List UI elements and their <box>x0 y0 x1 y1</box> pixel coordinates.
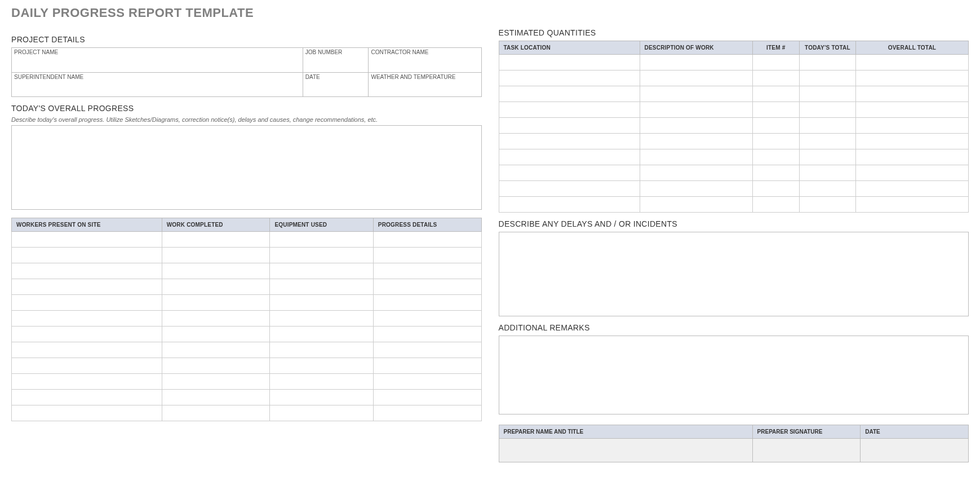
table-cell[interactable] <box>752 197 799 213</box>
table-cell[interactable] <box>855 70 968 86</box>
table-cell[interactable] <box>752 181 799 197</box>
table-cell[interactable] <box>270 279 373 295</box>
table-cell[interactable] <box>373 327 481 342</box>
table-cell[interactable] <box>855 134 968 149</box>
table-cell[interactable] <box>855 165 968 181</box>
table-cell[interactable] <box>752 118 799 134</box>
table-cell[interactable] <box>12 390 162 405</box>
table-cell[interactable] <box>855 86 968 102</box>
preparer-signature-input[interactable] <box>752 439 861 462</box>
table-cell[interactable] <box>12 405 162 421</box>
table-cell[interactable] <box>162 263 270 279</box>
table-cell[interactable] <box>270 405 373 421</box>
table-cell[interactable] <box>373 374 481 390</box>
table-cell[interactable] <box>12 232 162 248</box>
table-cell[interactable] <box>270 232 373 248</box>
table-cell[interactable] <box>373 248 481 263</box>
table-cell[interactable] <box>752 134 799 149</box>
table-cell[interactable] <box>12 327 162 342</box>
table-cell[interactable] <box>855 102 968 118</box>
table-cell[interactable] <box>162 374 270 390</box>
table-cell[interactable] <box>270 263 373 279</box>
table-cell[interactable] <box>162 405 270 421</box>
table-cell[interactable] <box>799 86 855 102</box>
table-cell[interactable] <box>162 327 270 342</box>
table-cell[interactable] <box>855 118 968 134</box>
table-cell[interactable] <box>373 279 481 295</box>
table-cell[interactable] <box>799 149 855 165</box>
table-cell[interactable] <box>640 70 752 86</box>
table-cell[interactable] <box>499 70 640 86</box>
table-cell[interactable] <box>12 248 162 263</box>
table-cell[interactable] <box>799 55 855 70</box>
table-cell[interactable] <box>162 279 270 295</box>
table-cell[interactable] <box>373 232 481 248</box>
table-cell[interactable] <box>499 86 640 102</box>
table-cell[interactable] <box>162 358 270 374</box>
table-cell[interactable] <box>499 102 640 118</box>
table-cell[interactable] <box>855 55 968 70</box>
table-cell[interactable] <box>799 165 855 181</box>
table-cell[interactable] <box>373 405 481 421</box>
project-name-input[interactable] <box>12 55 303 72</box>
table-cell[interactable] <box>752 102 799 118</box>
table-cell[interactable] <box>640 102 752 118</box>
table-cell[interactable] <box>499 134 640 149</box>
table-cell[interactable] <box>752 165 799 181</box>
table-cell[interactable] <box>640 118 752 134</box>
table-cell[interactable] <box>640 86 752 102</box>
table-cell[interactable] <box>162 311 270 327</box>
table-cell[interactable] <box>499 197 640 213</box>
table-cell[interactable] <box>373 390 481 405</box>
table-cell[interactable] <box>499 181 640 197</box>
remarks-textarea[interactable] <box>499 336 969 414</box>
table-cell[interactable] <box>373 263 481 279</box>
table-cell[interactable] <box>270 295 373 311</box>
table-cell[interactable] <box>270 327 373 342</box>
table-cell[interactable] <box>270 248 373 263</box>
table-cell[interactable] <box>640 55 752 70</box>
table-cell[interactable] <box>640 197 752 213</box>
table-cell[interactable] <box>799 181 855 197</box>
job-number-input[interactable] <box>303 55 369 72</box>
table-cell[interactable] <box>499 165 640 181</box>
table-cell[interactable] <box>12 358 162 374</box>
table-cell[interactable] <box>799 102 855 118</box>
table-cell[interactable] <box>12 342 162 358</box>
table-cell[interactable] <box>799 134 855 149</box>
table-cell[interactable] <box>640 134 752 149</box>
table-cell[interactable] <box>752 149 799 165</box>
weather-input[interactable] <box>369 80 481 97</box>
table-cell[interactable] <box>855 149 968 165</box>
table-cell[interactable] <box>270 342 373 358</box>
table-cell[interactable] <box>799 70 855 86</box>
table-cell[interactable] <box>162 295 270 311</box>
delays-textarea[interactable] <box>499 232 969 316</box>
table-cell[interactable] <box>373 295 481 311</box>
table-cell[interactable] <box>499 55 640 70</box>
contractor-name-input[interactable] <box>369 55 481 72</box>
table-cell[interactable] <box>752 86 799 102</box>
table-cell[interactable] <box>855 197 968 213</box>
date-input[interactable] <box>303 80 369 97</box>
table-cell[interactable] <box>270 374 373 390</box>
table-cell[interactable] <box>855 181 968 197</box>
table-cell[interactable] <box>499 118 640 134</box>
table-cell[interactable] <box>12 295 162 311</box>
overall-progress-textarea[interactable] <box>11 125 482 210</box>
table-cell[interactable] <box>270 358 373 374</box>
table-cell[interactable] <box>270 390 373 405</box>
preparer-name-input[interactable] <box>499 439 752 462</box>
table-cell[interactable] <box>162 232 270 248</box>
table-cell[interactable] <box>12 374 162 390</box>
table-cell[interactable] <box>270 311 373 327</box>
table-cell[interactable] <box>12 279 162 295</box>
table-cell[interactable] <box>373 342 481 358</box>
table-cell[interactable] <box>640 165 752 181</box>
table-cell[interactable] <box>162 390 270 405</box>
table-cell[interactable] <box>162 248 270 263</box>
table-cell[interactable] <box>640 181 752 197</box>
table-cell[interactable] <box>799 118 855 134</box>
signature-date-input[interactable] <box>861 439 969 462</box>
table-cell[interactable] <box>640 149 752 165</box>
